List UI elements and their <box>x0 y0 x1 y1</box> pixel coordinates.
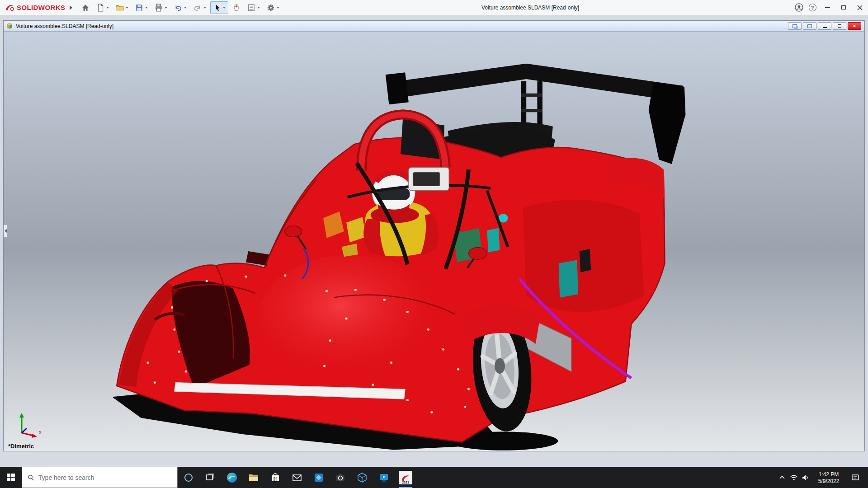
chevron-up-icon <box>779 475 785 480</box>
windows-taskbar: 2021 1:42 PM 5/9/2022 <box>0 467 868 488</box>
solidworks-version-badge: 2021 <box>399 481 412 484</box>
options-dropdown-caret[interactable] <box>277 7 279 9</box>
toolbar-button-options[interactable] <box>264 1 282 14</box>
featuremanager-collapse-handle[interactable] <box>4 225 8 237</box>
evaluate-dropdown-caret[interactable] <box>257 7 260 9</box>
toolbar-button-mouse-gestures[interactable] <box>230 1 243 14</box>
taskbar-cortana-button[interactable] <box>178 467 199 488</box>
file-explorer-icon <box>248 472 259 483</box>
taskbar-app-store[interactable] <box>264 467 286 488</box>
hidden-icons-button[interactable] <box>776 467 788 488</box>
toolbar-button-print[interactable] <box>152 1 170 14</box>
taskbar-app-movies-tv[interactable] <box>373 467 395 488</box>
dassault-3ds-icon <box>5 4 14 12</box>
toolbar-button-undo[interactable] <box>171 1 189 14</box>
open-dropdown-caret[interactable] <box>126 7 128 9</box>
app-close-button[interactable] <box>852 0 868 15</box>
microsoft-store-icon <box>269 472 281 483</box>
document-window: Voiture assomblee.SLDASM [Read-only] × <box>3 20 865 451</box>
taskbar-search-box[interactable] <box>22 467 178 488</box>
document-title: Voiture assomblee.SLDASM [Read-only] <box>16 23 113 29</box>
taskbar-app-3d-viewer[interactable] <box>351 467 373 488</box>
undo-dropdown-caret[interactable] <box>184 7 187 9</box>
doc-minimize-icon <box>823 27 827 28</box>
graphics-area[interactable]: x *Dimetric <box>4 32 864 451</box>
toolbar-flyout-arrow-icon[interactable] <box>70 5 72 10</box>
undo-icon <box>174 4 182 12</box>
taskbar-app-photos[interactable] <box>308 467 330 488</box>
doc-restore-button[interactable] <box>833 22 846 30</box>
network-button[interactable] <box>788 467 800 488</box>
new-dropdown-caret[interactable] <box>106 7 109 9</box>
taskbar-app-camera[interactable] <box>330 467 351 488</box>
camera-icon <box>335 472 346 483</box>
photos-icon <box>313 472 325 483</box>
cortana-icon <box>184 473 193 483</box>
view-orientation-label: *Dimetric <box>8 443 34 450</box>
taskbar-task-view-button[interactable] <box>199 467 221 488</box>
redo-dropdown-caret[interactable] <box>203 7 206 9</box>
toolbar-button-home[interactable] <box>79 1 92 14</box>
mail-icon <box>291 472 303 483</box>
doc-viewport-split-button-1[interactable] <box>788 22 802 30</box>
solidworks-taskbar-icon: 2021 <box>399 471 412 484</box>
toolbar-button-save[interactable] <box>132 1 151 14</box>
movies-tv-icon <box>378 472 390 483</box>
home-icon <box>81 4 90 12</box>
viewport-single-icon <box>807 24 812 28</box>
viewport-split-icon <box>793 24 797 28</box>
minimize-icon <box>825 7 830 8</box>
help-icon: ? <box>809 4 816 11</box>
search-icon <box>28 474 34 481</box>
doc-close-button[interactable]: × <box>848 22 861 30</box>
doc-viewport-split-button-2[interactable] <box>803 22 816 30</box>
user-account-button[interactable] <box>792 1 806 14</box>
solidworks-logo-text: SOLIDWORKS <box>17 4 65 11</box>
select-cursor-icon <box>213 4 221 12</box>
gear-icon <box>267 4 275 12</box>
doc-close-icon: × <box>853 23 856 28</box>
taskbar-app-file-explorer[interactable] <box>243 467 264 488</box>
assembly-document-icon <box>6 23 13 30</box>
onboard-camera-box[interactable] <box>409 167 449 190</box>
speaker-icon <box>802 474 810 481</box>
taskbar-app-mail[interactable] <box>286 467 308 488</box>
3d-viewer-icon <box>356 472 368 483</box>
doc-restore-icon <box>838 24 841 28</box>
save-icon <box>135 4 143 12</box>
taskbar-app-solidworks[interactable]: 2021 <box>395 467 416 488</box>
document-titlebar[interactable]: Voiture assomblee.SLDASM [Read-only] × <box>4 21 864 32</box>
print-dropdown-caret[interactable] <box>165 7 167 9</box>
select-dropdown-caret[interactable] <box>223 7 226 9</box>
search-input[interactable] <box>38 474 172 481</box>
workspace-background: Voiture assomblee.SLDASM [Read-only] × <box>0 15 868 467</box>
open-folder-icon <box>116 4 124 12</box>
app-minimize-button[interactable] <box>819 0 835 15</box>
solidworks-logo: SOLIDWORKS <box>0 4 65 12</box>
toolbar-button-open[interactable] <box>113 1 131 14</box>
toolbar-button-new[interactable] <box>94 1 112 14</box>
action-center-button[interactable] <box>846 467 865 488</box>
taskbar-clock[interactable]: 1:42 PM 5/9/2022 <box>811 470 846 485</box>
volume-button[interactable] <box>800 467 811 488</box>
doc-minimize-button[interactable] <box>818 22 831 30</box>
chevron-left-icon <box>5 229 7 233</box>
3d-model-race-car[interactable] <box>4 32 864 451</box>
new-document-icon <box>96 4 104 12</box>
edge-browser-icon <box>226 472 238 483</box>
taskbar-app-edge[interactable] <box>221 467 243 488</box>
toolbar-button-redo[interactable] <box>191 1 209 14</box>
toolbar-button-select[interactable] <box>210 1 228 14</box>
task-view-icon <box>205 473 215 483</box>
app-window-title: Voiture assomblee.SLDASM [Read-only] <box>481 5 579 11</box>
orientation-triad[interactable]: x <box>11 411 43 439</box>
system-tray: 1:42 PM 5/9/2022 <box>776 467 868 488</box>
app-maximize-button[interactable] <box>835 0 852 15</box>
clock-time: 1:42 PM <box>811 471 846 478</box>
save-dropdown-caret[interactable] <box>145 7 148 9</box>
print-icon <box>155 4 163 12</box>
start-button[interactable] <box>0 467 22 488</box>
help-button[interactable]: ? <box>806 1 819 14</box>
triad-x-label: x <box>39 429 42 435</box>
toolbar-button-evaluate[interactable] <box>245 1 263 14</box>
